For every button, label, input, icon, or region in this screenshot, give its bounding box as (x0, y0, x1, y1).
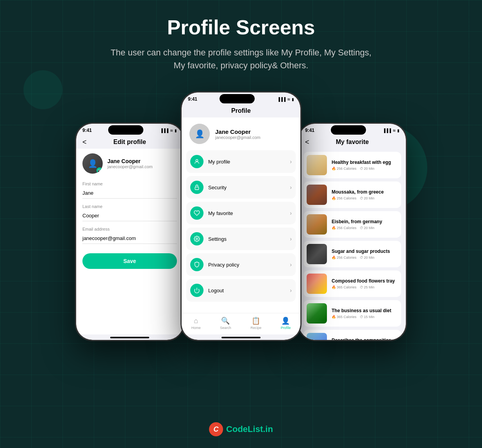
status-bar-right: 9:41 ▐▐▐ ≋ ▮ (299, 124, 406, 135)
food-time-1: ⏱20 Min (360, 196, 375, 200)
clock-icon-1: ⏱ (360, 196, 363, 200)
first-name-field: First name (82, 181, 177, 199)
food-image-6 (307, 333, 327, 340)
brand-logo-icon: C (209, 422, 223, 436)
lock-icon (194, 184, 200, 190)
menu-item-logout[interactable]: Logout › (186, 279, 296, 302)
clock-icon-5: ⏱ (360, 315, 363, 319)
food-calories-5: 🔥365 Calories (332, 315, 357, 319)
food-item-5[interactable]: The business as usual diet 🔥365 Calories… (303, 300, 401, 327)
food-image-0 (307, 155, 327, 175)
food-info-4: Composed food flowers tray 🔥365 Calories… (332, 278, 395, 289)
food-item-3[interactable]: Sugar and sugar products 🔥256 Calories ⏱… (303, 241, 401, 267)
food-item-0[interactable]: Healthy breakfast with egg 🔥256 Calories… (303, 152, 401, 178)
favorites-content: Healthy breakfast with egg 🔥256 Calories… (299, 149, 406, 340)
food-calories-3: 🔥256 Calories (332, 256, 357, 260)
menu-item-privacy[interactable]: Privacy policy › (186, 253, 296, 276)
settings-icon (194, 236, 200, 242)
brand-name: CodeList.in (226, 424, 273, 434)
food-time-3: ⏱20 Min (360, 256, 375, 260)
user-email-center: janecooper@gmail.com (215, 135, 261, 140)
shield-icon (194, 261, 200, 268)
flame-icon-3: 🔥 (332, 256, 336, 260)
menu-label-favorite: My favorite (208, 210, 285, 216)
favorites-header: < My favorite (299, 135, 406, 149)
svg-point-0 (196, 160, 198, 162)
flame-icon-1: 🔥 (332, 196, 336, 200)
profile-menu-content: 👤 Jane Cooper janecooper@gmail.com (182, 117, 300, 334)
email-input[interactable] (82, 233, 177, 244)
menu-icon-myprofile (190, 155, 204, 168)
back-button-right[interactable]: < (305, 138, 309, 146)
battery-icon-c: ▮ (292, 97, 294, 101)
menu-list: My profile › Security › (182, 150, 300, 313)
tab-recipe[interactable]: 📋 Recipe (250, 316, 261, 330)
food-item-6[interactable]: Describes the composition 🔥365 Calories … (303, 330, 401, 340)
person-icon (194, 158, 200, 165)
flame-icon-4: 🔥 (332, 285, 336, 289)
profile-menu-screen: 9:41 ▐▐▐ ≋ ▮ Profile 👤 (182, 92, 300, 340)
page-subtitle: The user can change the profile settings… (104, 46, 378, 72)
phone-profile-menu: 9:41 ▐▐▐ ≋ ▮ Profile 👤 (180, 91, 302, 341)
tab-search[interactable]: 🔍 Search (220, 316, 231, 330)
menu-label-logout: Logout (208, 288, 285, 293)
status-icons-left: ▐▐▐ ≋ ▮ (160, 128, 177, 133)
signal-icon-r: ▐▐▐ (383, 128, 391, 133)
food-name-6: Describes the composition (332, 338, 391, 340)
clock-icon-0: ⏱ (360, 167, 363, 171)
food-meta-3: 🔥256 Calories ⏱20 Min (332, 256, 390, 260)
food-image-5 (307, 303, 327, 324)
flame-icon-2: 🔥 (332, 226, 336, 230)
save-button[interactable]: Save (82, 253, 177, 269)
tab-bar-center: ⌂ Home 🔍 Search 📋 Recipe 👤 (182, 313, 300, 334)
wifi-icon-r: ≋ (393, 128, 396, 133)
time-center: 9:41 (188, 96, 197, 102)
favorites-screen: 9:41 ▐▐▐ ≋ ▮ < My favorite (299, 124, 406, 340)
tab-search-label: Search (220, 326, 231, 330)
food-name-2: Eisbein, from germany (332, 219, 382, 224)
food-item-2[interactable]: Eisbein, from germany 🔥256 Calories ⏱20 … (303, 211, 401, 238)
flame-icon-0: 🔥 (332, 167, 336, 171)
last-name-input[interactable] (82, 210, 177, 221)
edit-profile-content: 👤 📷 Jane Cooper janecooper@gmail.com Fir… (76, 149, 183, 334)
branding: C CodeList.in (209, 422, 273, 436)
back-button-left[interactable]: < (82, 138, 87, 146)
phone-favorites: 9:41 ▐▐▐ ≋ ▮ < My favorite (298, 123, 407, 341)
menu-item-myprofile[interactable]: My profile › (186, 150, 296, 173)
tab-profile[interactable]: 👤 Profile (281, 316, 291, 330)
tab-home[interactable]: ⌂ Home (191, 317, 201, 330)
status-bar-center: 9:41 ▐▐▐ ≋ ▮ (182, 92, 300, 104)
food-calories-1: 🔥256 Calories (332, 196, 357, 200)
status-icons-right: ▐▐▐ ≋ ▮ (383, 128, 400, 133)
food-item-1[interactable]: Moussaka, from greece 🔥256 Calories ⏱20 … (303, 181, 401, 208)
menu-item-settings[interactable]: Settings › (186, 228, 296, 250)
food-image-2 (307, 214, 327, 235)
food-calories-4: 🔥365 Calories (332, 285, 357, 289)
avatar-left[interactable]: 👤 📷 (82, 153, 103, 174)
profile-menu-title: Profile (231, 107, 251, 114)
page-title: Profile Screens (167, 16, 315, 39)
avatar-image-center: 👤 (189, 124, 210, 144)
first-name-input[interactable] (82, 188, 177, 199)
menu-icon-settings (190, 232, 204, 245)
menu-item-security[interactable]: Security › (186, 176, 296, 199)
menu-item-favorite[interactable]: My favorite › (186, 202, 296, 224)
food-item-4[interactable]: Composed food flowers tray 🔥365 Calories… (303, 270, 401, 297)
menu-label-security: Security (208, 185, 285, 190)
food-meta-4: 🔥365 Calories ⏱25 Min (332, 285, 395, 289)
food-time-0: ⏱20 Min (360, 167, 375, 171)
search-icon: 🔍 (221, 316, 230, 325)
user-info-center: Jane Cooper janecooper@gmail.com (215, 128, 261, 140)
menu-label-settings: Settings (208, 236, 285, 242)
favorites-title: My favorite (336, 139, 369, 146)
food-meta-5: 🔥365 Calories ⏱15 Min (332, 315, 391, 319)
brand-name-suffix: List.in (248, 424, 273, 434)
chevron-logout: › (290, 287, 292, 293)
food-meta-2: 🔥256 Calories ⏱20 Min (332, 226, 382, 230)
avatar-edit-badge[interactable]: 📷 (96, 167, 103, 174)
time-left: 9:41 (82, 128, 92, 133)
chevron-security: › (290, 184, 292, 190)
chevron-settings: › (290, 236, 292, 242)
clock-icon-2: ⏱ (360, 226, 363, 230)
signal-icon-c: ▐▐▐ (277, 97, 286, 101)
